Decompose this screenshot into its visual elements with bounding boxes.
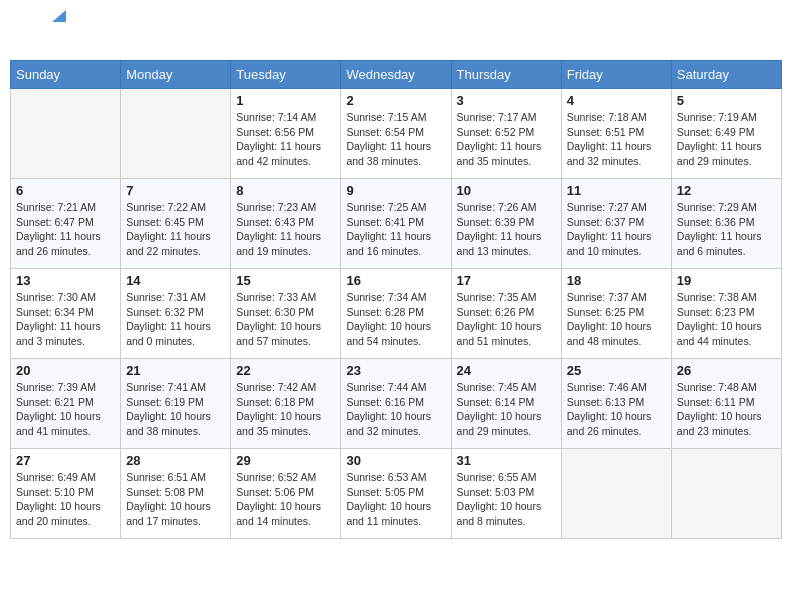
day-number: 17 — [457, 273, 556, 288]
day-number: 29 — [236, 453, 335, 468]
calendar-week-row: 13Sunrise: 7:30 AMSunset: 6:34 PMDayligh… — [11, 269, 782, 359]
calendar-cell: 24Sunrise: 7:45 AMSunset: 6:14 PMDayligh… — [451, 359, 561, 449]
calendar-cell: 5Sunrise: 7:19 AMSunset: 6:49 PMDaylight… — [671, 89, 781, 179]
calendar-cell: 20Sunrise: 7:39 AMSunset: 6:21 PMDayligh… — [11, 359, 121, 449]
day-info: Sunrise: 7:18 AMSunset: 6:51 PMDaylight:… — [567, 110, 666, 169]
day-info: Sunrise: 6:52 AMSunset: 5:06 PMDaylight:… — [236, 470, 335, 529]
day-info: Sunrise: 7:14 AMSunset: 6:56 PMDaylight:… — [236, 110, 335, 169]
day-info: Sunrise: 7:38 AMSunset: 6:23 PMDaylight:… — [677, 290, 776, 349]
day-number: 13 — [16, 273, 115, 288]
day-info: Sunrise: 7:39 AMSunset: 6:21 PMDaylight:… — [16, 380, 115, 439]
calendar-cell: 17Sunrise: 7:35 AMSunset: 6:26 PMDayligh… — [451, 269, 561, 359]
day-number: 6 — [16, 183, 115, 198]
calendar-cell — [671, 449, 781, 539]
day-number: 2 — [346, 93, 445, 108]
calendar-cell: 19Sunrise: 7:38 AMSunset: 6:23 PMDayligh… — [671, 269, 781, 359]
calendar-week-row: 1Sunrise: 7:14 AMSunset: 6:56 PMDaylight… — [11, 89, 782, 179]
day-info: Sunrise: 7:42 AMSunset: 6:18 PMDaylight:… — [236, 380, 335, 439]
day-header-tuesday: Tuesday — [231, 61, 341, 89]
calendar-week-row: 20Sunrise: 7:39 AMSunset: 6:21 PMDayligh… — [11, 359, 782, 449]
day-info: Sunrise: 7:37 AMSunset: 6:25 PMDaylight:… — [567, 290, 666, 349]
day-info: Sunrise: 6:55 AMSunset: 5:03 PMDaylight:… — [457, 470, 556, 529]
calendar-table: SundayMondayTuesdayWednesdayThursdayFrid… — [10, 60, 782, 539]
day-number: 12 — [677, 183, 776, 198]
calendar-cell: 3Sunrise: 7:17 AMSunset: 6:52 PMDaylight… — [451, 89, 561, 179]
day-header-friday: Friday — [561, 61, 671, 89]
day-number: 27 — [16, 453, 115, 468]
day-info: Sunrise: 7:17 AMSunset: 6:52 PMDaylight:… — [457, 110, 556, 169]
calendar-cell: 1Sunrise: 7:14 AMSunset: 6:56 PMDaylight… — [231, 89, 341, 179]
calendar-cell: 30Sunrise: 6:53 AMSunset: 5:05 PMDayligh… — [341, 449, 451, 539]
calendar-cell: 25Sunrise: 7:46 AMSunset: 6:13 PMDayligh… — [561, 359, 671, 449]
day-header-thursday: Thursday — [451, 61, 561, 89]
calendar-cell: 2Sunrise: 7:15 AMSunset: 6:54 PMDaylight… — [341, 89, 451, 179]
calendar-cell: 14Sunrise: 7:31 AMSunset: 6:32 PMDayligh… — [121, 269, 231, 359]
day-info: Sunrise: 7:31 AMSunset: 6:32 PMDaylight:… — [126, 290, 225, 349]
day-number: 16 — [346, 273, 445, 288]
calendar-cell: 13Sunrise: 7:30 AMSunset: 6:34 PMDayligh… — [11, 269, 121, 359]
day-header-monday: Monday — [121, 61, 231, 89]
day-info: Sunrise: 7:33 AMSunset: 6:30 PMDaylight:… — [236, 290, 335, 349]
day-info: Sunrise: 7:27 AMSunset: 6:37 PMDaylight:… — [567, 200, 666, 259]
day-info: Sunrise: 7:23 AMSunset: 6:43 PMDaylight:… — [236, 200, 335, 259]
day-number: 5 — [677, 93, 776, 108]
day-info: Sunrise: 7:15 AMSunset: 6:54 PMDaylight:… — [346, 110, 445, 169]
day-info: Sunrise: 7:29 AMSunset: 6:36 PMDaylight:… — [677, 200, 776, 259]
day-number: 15 — [236, 273, 335, 288]
day-info: Sunrise: 7:44 AMSunset: 6:16 PMDaylight:… — [346, 380, 445, 439]
calendar-cell: 8Sunrise: 7:23 AMSunset: 6:43 PMDaylight… — [231, 179, 341, 269]
day-number: 9 — [346, 183, 445, 198]
calendar-cell: 26Sunrise: 7:48 AMSunset: 6:11 PMDayligh… — [671, 359, 781, 449]
day-number: 8 — [236, 183, 335, 198]
day-number: 18 — [567, 273, 666, 288]
calendar-cell: 23Sunrise: 7:44 AMSunset: 6:16 PMDayligh… — [341, 359, 451, 449]
day-number: 25 — [567, 363, 666, 378]
calendar-week-row: 27Sunrise: 6:49 AMSunset: 5:10 PMDayligh… — [11, 449, 782, 539]
logo-icon — [52, 10, 66, 22]
calendar-week-row: 6Sunrise: 7:21 AMSunset: 6:47 PMDaylight… — [11, 179, 782, 269]
day-number: 20 — [16, 363, 115, 378]
day-number: 11 — [567, 183, 666, 198]
day-info: Sunrise: 7:21 AMSunset: 6:47 PMDaylight:… — [16, 200, 115, 259]
page-header — [10, 10, 782, 52]
calendar-cell: 31Sunrise: 6:55 AMSunset: 5:03 PMDayligh… — [451, 449, 561, 539]
day-number: 10 — [457, 183, 556, 198]
day-info: Sunrise: 7:25 AMSunset: 6:41 PMDaylight:… — [346, 200, 445, 259]
calendar-cell: 11Sunrise: 7:27 AMSunset: 6:37 PMDayligh… — [561, 179, 671, 269]
svg-marker-0 — [52, 10, 66, 22]
day-info: Sunrise: 7:26 AMSunset: 6:39 PMDaylight:… — [457, 200, 556, 259]
calendar-cell: 29Sunrise: 6:52 AMSunset: 5:06 PMDayligh… — [231, 449, 341, 539]
day-number: 24 — [457, 363, 556, 378]
day-number: 23 — [346, 363, 445, 378]
day-number: 19 — [677, 273, 776, 288]
calendar-cell: 6Sunrise: 7:21 AMSunset: 6:47 PMDaylight… — [11, 179, 121, 269]
calendar-cell — [121, 89, 231, 179]
day-header-saturday: Saturday — [671, 61, 781, 89]
day-number: 14 — [126, 273, 225, 288]
logo — [14, 10, 66, 52]
day-info: Sunrise: 7:34 AMSunset: 6:28 PMDaylight:… — [346, 290, 445, 349]
day-number: 21 — [126, 363, 225, 378]
day-info: Sunrise: 7:45 AMSunset: 6:14 PMDaylight:… — [457, 380, 556, 439]
calendar-cell: 28Sunrise: 6:51 AMSunset: 5:08 PMDayligh… — [121, 449, 231, 539]
calendar-cell: 27Sunrise: 6:49 AMSunset: 5:10 PMDayligh… — [11, 449, 121, 539]
day-number: 3 — [457, 93, 556, 108]
day-header-sunday: Sunday — [11, 61, 121, 89]
day-info: Sunrise: 6:51 AMSunset: 5:08 PMDaylight:… — [126, 470, 225, 529]
calendar-cell: 12Sunrise: 7:29 AMSunset: 6:36 PMDayligh… — [671, 179, 781, 269]
calendar-cell: 16Sunrise: 7:34 AMSunset: 6:28 PMDayligh… — [341, 269, 451, 359]
day-info: Sunrise: 7:46 AMSunset: 6:13 PMDaylight:… — [567, 380, 666, 439]
calendar-cell — [11, 89, 121, 179]
day-number: 30 — [346, 453, 445, 468]
day-info: Sunrise: 7:30 AMSunset: 6:34 PMDaylight:… — [16, 290, 115, 349]
day-info: Sunrise: 7:22 AMSunset: 6:45 PMDaylight:… — [126, 200, 225, 259]
day-info: Sunrise: 7:41 AMSunset: 6:19 PMDaylight:… — [126, 380, 225, 439]
calendar-cell: 9Sunrise: 7:25 AMSunset: 6:41 PMDaylight… — [341, 179, 451, 269]
day-number: 22 — [236, 363, 335, 378]
day-number: 1 — [236, 93, 335, 108]
day-info: Sunrise: 6:49 AMSunset: 5:10 PMDaylight:… — [16, 470, 115, 529]
day-info: Sunrise: 7:48 AMSunset: 6:11 PMDaylight:… — [677, 380, 776, 439]
calendar-cell: 22Sunrise: 7:42 AMSunset: 6:18 PMDayligh… — [231, 359, 341, 449]
day-info: Sunrise: 7:19 AMSunset: 6:49 PMDaylight:… — [677, 110, 776, 169]
calendar-header-row: SundayMondayTuesdayWednesdayThursdayFrid… — [11, 61, 782, 89]
